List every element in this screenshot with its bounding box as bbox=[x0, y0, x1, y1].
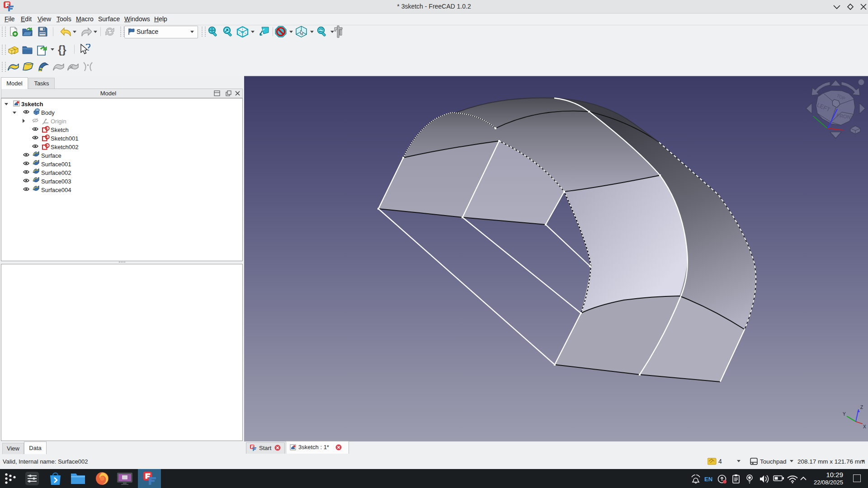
svg-text:Y: Y bbox=[843, 412, 846, 417]
svg-text:X: X bbox=[863, 424, 866, 429]
svg-text:Z: Z bbox=[860, 405, 863, 410]
svg-text:EN: EN bbox=[704, 476, 712, 483]
